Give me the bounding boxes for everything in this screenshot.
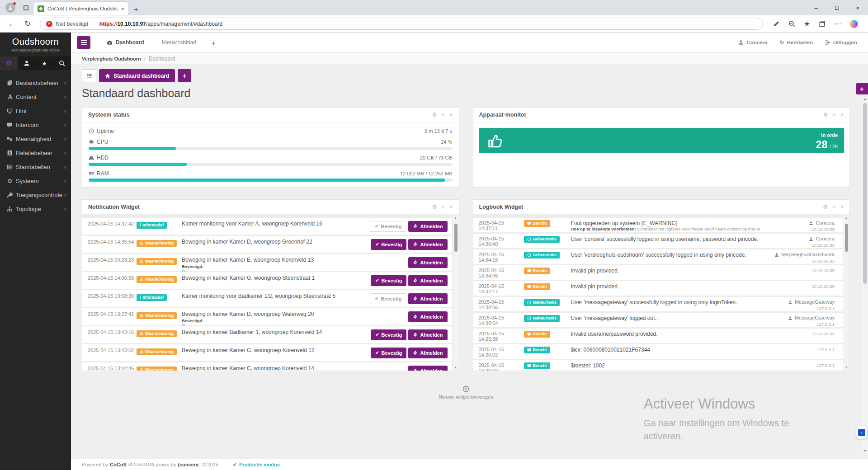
close-window-button[interactable]: × bbox=[847, 0, 868, 15]
tab-close-icon[interactable]: × bbox=[121, 6, 124, 12]
edge-sidebar-icon[interactable]: ‹ bbox=[856, 426, 867, 439]
afmelden-button[interactable]: Afmelden bbox=[408, 329, 447, 340]
bevestig-button[interactable]: ✔Bevestig bbox=[371, 329, 406, 340]
sidebar-tab-search[interactable] bbox=[53, 56, 71, 70]
logout-button[interactable]: Uitloggen bbox=[825, 40, 857, 45]
copilot-icon[interactable] bbox=[850, 20, 858, 28]
sidebar-item[interactable]: Toegangscontrole ‹ bbox=[0, 188, 71, 202]
widget-close-icon[interactable]: × bbox=[840, 204, 844, 210]
afmelden-button[interactable]: Afmelden bbox=[408, 293, 447, 304]
notification-row: 2025-04-15 14:35:54 ⚠Waarschuwing Bewegi… bbox=[82, 236, 452, 253]
afmelden-button[interactable]: Afmelden bbox=[408, 221, 447, 232]
afmelden-button[interactable]: Afmelden bbox=[408, 275, 447, 286]
security-chip[interactable]: × Niet beveiligd bbox=[46, 21, 94, 27]
widget-settings-icon[interactable]: ⚙ bbox=[823, 112, 828, 118]
sidebar-item[interactable]: Meertaligheid ‹ bbox=[0, 132, 71, 146]
footer-brand: CoCoS bbox=[110, 462, 127, 467]
standard-dashboard-button[interactable]: Standaard dashboard bbox=[99, 69, 175, 82]
afmelden-button[interactable]: Afmelden bbox=[408, 348, 447, 358]
tab-actions-icon[interactable] bbox=[23, 5, 29, 11]
sidebar-item[interactable]: Intercom ‹ bbox=[0, 118, 71, 132]
scroll-down-icon[interactable]: ▼ bbox=[862, 449, 868, 452]
tab-dashboard[interactable]: Dashboard bbox=[98, 33, 153, 53]
bevestig-button[interactable]: ✔Bevestig bbox=[370, 221, 406, 232]
user-menu-button[interactable]: Concera bbox=[738, 40, 767, 45]
logbook-user[interactable]: Concera bbox=[760, 236, 835, 242]
logbook-user[interactable]: Concera bbox=[760, 220, 835, 226]
minimize-button[interactable]: – bbox=[806, 0, 826, 15]
sidebar-tab-favorites[interactable]: ★ bbox=[36, 56, 53, 70]
add-dashboard-button[interactable]: + bbox=[178, 69, 191, 82]
sidebar-item[interactable]: Bestandsbeheer ‹ bbox=[0, 76, 71, 90]
scroll-down-icon[interactable]: ▼ bbox=[843, 366, 849, 369]
widget-settings-icon[interactable]: ⚙ bbox=[823, 204, 828, 210]
widget-collapse-icon[interactable] bbox=[441, 113, 445, 117]
progress-bar bbox=[89, 147, 453, 150]
tab-new-tab[interactable]: Nieuw tabblad bbox=[153, 33, 205, 53]
collections-icon[interactable] bbox=[819, 20, 826, 27]
widget-close-icon[interactable]: × bbox=[840, 112, 844, 118]
sidebar-item[interactable]: ⚙ Systeem ‹ bbox=[0, 174, 71, 188]
bevestig-button[interactable]: ✔Bevestig bbox=[371, 239, 406, 250]
logbook-user[interactable]: VerpleeghuisOudshoorn bbox=[760, 252, 835, 258]
page-scrollbar[interactable]: ▲ ▼ bbox=[862, 96, 868, 454]
address-bar[interactable]: × Niet beveiligd https://10.10.10.97/app… bbox=[40, 18, 763, 30]
breadcrumb-root[interactable]: Verpleeghuis Oudshoorn bbox=[82, 56, 141, 61]
scroll-down-icon[interactable]: ▼ bbox=[453, 366, 459, 369]
notification-list: 2025-04-15 14:37:42 iInformatief Kamer m… bbox=[82, 215, 452, 371]
notification-time: 2025-04-15 09:23:23 bbox=[88, 257, 137, 263]
sidebar-item[interactable]: Topologie ‹ bbox=[0, 202, 71, 216]
new-tab-button[interactable]: + bbox=[134, 5, 138, 13]
ellipsis-icon[interactable]: ⋯ bbox=[834, 19, 841, 28]
zoom-search-icon[interactable] bbox=[788, 20, 795, 27]
afmelden-button[interactable]: Afmelden bbox=[408, 239, 447, 250]
floating-add-button[interactable]: + bbox=[856, 83, 868, 94]
add-app-tab-button[interactable]: + bbox=[205, 39, 222, 47]
back-button[interactable]: ← bbox=[5, 20, 19, 28]
scroll-up-icon[interactable]: ▲ bbox=[843, 216, 849, 219]
widget-settings-icon[interactable]: ⚙ bbox=[432, 204, 437, 210]
scrollbar-thumb[interactable] bbox=[845, 224, 848, 252]
widget-close-icon[interactable]: × bbox=[449, 204, 453, 210]
browser-tab[interactable]: CoCoS | Verpleeghuis Oudshoorn × bbox=[33, 2, 128, 15]
bevestig-button[interactable]: ✔Bevestig bbox=[370, 293, 406, 304]
sidebar-item[interactable]: Stamtabellen ‹ bbox=[0, 160, 71, 174]
device-status-banner[interactable]: In orde 28 / 28 bbox=[479, 128, 844, 153]
pen-icon[interactable] bbox=[773, 20, 780, 27]
widget-scrollbar[interactable]: ▲ ▼ bbox=[843, 215, 849, 371]
widget-close-icon[interactable]: × bbox=[449, 112, 453, 118]
hamburger-menu-button[interactable] bbox=[77, 36, 90, 49]
footer-company[interactable]: (concera bbox=[178, 462, 198, 467]
dashboard-list-button[interactable] bbox=[82, 69, 96, 82]
widget-collapse-icon[interactable] bbox=[832, 205, 836, 209]
browser-profile-avatar[interactable] bbox=[5, 3, 15, 13]
bevestig-button[interactable]: ✔Bevestig bbox=[371, 275, 406, 286]
logbook-time: 2025-04-15 14:36:40 bbox=[479, 236, 524, 247]
restart-button[interactable]: ↻Herstarten bbox=[779, 40, 813, 45]
sidebar-item[interactable]: Relatiebeheer ‹ bbox=[0, 146, 71, 160]
sidebar-item[interactable]: Hmi ‹ bbox=[0, 104, 71, 118]
bell-slash-icon bbox=[413, 368, 418, 371]
add-widget-button[interactable]: Nieuwe widget toevoegen bbox=[82, 385, 850, 400]
widget-settings-icon[interactable]: ⚙ bbox=[432, 112, 437, 118]
scrollbar-thumb[interactable] bbox=[454, 224, 458, 252]
logbook-user[interactable]: MessageGateway bbox=[760, 299, 835, 306]
sidebar-tab-settings[interactable]: ⚙ bbox=[0, 56, 18, 70]
scrollbar-thumb[interactable] bbox=[863, 103, 867, 284]
bevestig-button[interactable]: ✔Bevestig bbox=[371, 348, 406, 358]
widget-collapse-icon[interactable] bbox=[441, 205, 445, 209]
logbook-user[interactable]: MessageGateway bbox=[760, 315, 835, 321]
widget-collapse-icon[interactable] bbox=[832, 113, 836, 117]
maximize-button[interactable] bbox=[826, 0, 847, 15]
afmelden-button[interactable]: Afmelden bbox=[408, 366, 447, 371]
widget-scrollbar[interactable]: ▲ ▼ bbox=[452, 215, 459, 371]
favorites-star-icon[interactable]: ★ bbox=[804, 19, 810, 28]
refresh-button[interactable]: ↻ bbox=[21, 19, 34, 28]
scroll-up-icon[interactable]: ▲ bbox=[862, 97, 868, 100]
sidebar-item[interactable]: Content ‹ bbox=[0, 90, 71, 104]
afmelden-button[interactable]: Afmelden bbox=[408, 257, 447, 268]
sidebar-tab-user[interactable] bbox=[18, 56, 35, 70]
scroll-up-icon[interactable]: ▲ bbox=[453, 216, 459, 219]
sidebar-item-label: Stamtabellen bbox=[16, 164, 64, 170]
afmelden-button[interactable]: Afmelden bbox=[408, 311, 447, 322]
